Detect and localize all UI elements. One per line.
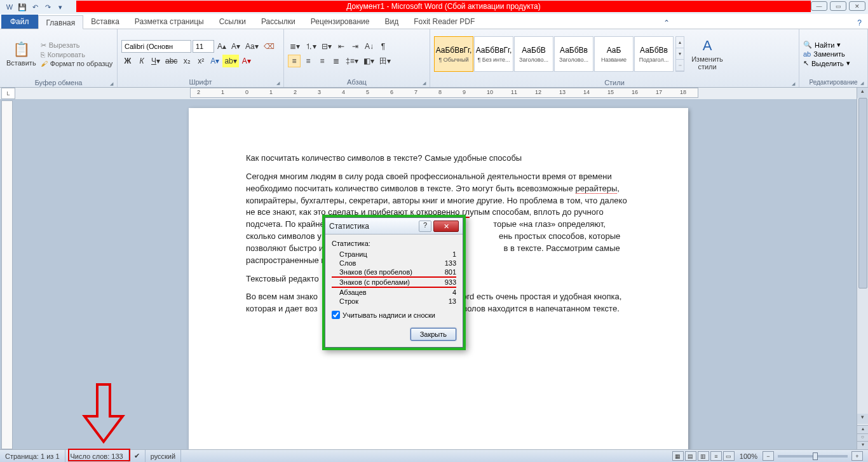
style-item[interactable]: АаБбВЗаголово... bbox=[514, 36, 553, 72]
prev-page-button[interactable]: ▴ bbox=[857, 425, 868, 433]
tab-mailings[interactable]: Рассылки bbox=[254, 15, 303, 29]
tab-selector[interactable]: L bbox=[1, 88, 15, 99]
minimize-button[interactable]: — bbox=[811, 1, 827, 11]
text-effects-button[interactable]: A▾ bbox=[208, 55, 221, 67]
underline-button[interactable]: Ч▾ bbox=[149, 55, 162, 67]
find-button[interactable]: 🔍Найти ▾ bbox=[803, 41, 850, 49]
grow-font-button[interactable]: A▴ bbox=[215, 40, 228, 53]
status-proofing[interactable]: ✔ bbox=[129, 450, 146, 462]
align-left-button[interactable]: ≡ bbox=[288, 55, 301, 67]
redo-icon[interactable]: ↷ bbox=[42, 1, 53, 13]
bullets-button[interactable]: ≣▾ bbox=[288, 40, 302, 53]
vertical-ruler[interactable] bbox=[1, 100, 13, 449]
tab-page-layout[interactable]: Разметка страницы bbox=[127, 15, 212, 29]
view-web-layout[interactable]: ▥ bbox=[698, 451, 709, 461]
dialog-help-button[interactable]: ? bbox=[419, 221, 431, 232]
change-case-button[interactable]: Aa▾ bbox=[243, 40, 261, 53]
style-item[interactable]: АаБбВвЗаголово... bbox=[554, 36, 593, 72]
zoom-level[interactable]: 100% bbox=[740, 452, 757, 460]
styles-scroll-up[interactable]: ▴ bbox=[676, 37, 684, 48]
tab-file[interactable]: Файл bbox=[1, 15, 38, 29]
italic-button[interactable]: К bbox=[135, 55, 148, 67]
tab-review[interactable]: Рецензирование bbox=[303, 15, 377, 29]
format-painter-button[interactable]: 🖌Формат по образцу bbox=[41, 60, 113, 67]
replace-button[interactable]: abЗаменить bbox=[803, 50, 850, 58]
numbering-button[interactable]: ⒈▾ bbox=[303, 40, 318, 53]
sort-button[interactable]: A↓ bbox=[363, 40, 376, 53]
style-item[interactable]: АаБНазвание bbox=[594, 36, 634, 72]
tab-view[interactable]: Вид bbox=[377, 15, 406, 29]
clear-formatting-button[interactable]: ⌫ bbox=[262, 40, 276, 53]
save-icon[interactable]: 💾 bbox=[17, 1, 28, 13]
styles-expand[interactable]: ⎓ bbox=[676, 60, 684, 71]
line-spacing-button[interactable]: ‡≡▾ bbox=[344, 55, 360, 67]
superscript-button[interactable]: x² bbox=[194, 55, 207, 67]
highlight-button[interactable]: ab▾ bbox=[222, 55, 238, 67]
strikethrough-button[interactable]: abc bbox=[163, 55, 179, 67]
zoom-slider[interactable] bbox=[778, 455, 848, 458]
subscript-button[interactable]: x₂ bbox=[180, 55, 193, 67]
undo-icon[interactable]: ↶ bbox=[29, 1, 41, 13]
align-right-button[interactable]: ≡ bbox=[316, 55, 329, 67]
view-full-screen[interactable]: ▤ bbox=[685, 451, 696, 461]
multilevel-button[interactable]: ⊟▾ bbox=[320, 40, 334, 53]
scroll-down-button[interactable]: ▾ bbox=[857, 414, 868, 424]
paste-icon: 📋 bbox=[13, 41, 30, 58]
shrink-font-button[interactable]: A▾ bbox=[229, 40, 242, 53]
increase-indent-button[interactable]: ⇥ bbox=[349, 40, 362, 53]
group-clipboard-label: Буфер обмена bbox=[4, 78, 113, 88]
scroll-up-button[interactable]: ▴ bbox=[857, 88, 868, 98]
bold-button[interactable]: Ж bbox=[121, 55, 134, 67]
font-color-button[interactable]: A▾ bbox=[240, 55, 253, 67]
show-marks-button[interactable]: ¶ bbox=[377, 40, 390, 53]
status-page[interactable]: Страница: 1 из 1 bbox=[0, 450, 65, 462]
tab-references[interactable]: Ссылки bbox=[212, 15, 254, 29]
tab-foxit[interactable]: Foxit Reader PDF bbox=[406, 15, 482, 29]
horizontal-ruler[interactable]: 210123456789101112131415161718 bbox=[190, 88, 698, 98]
zoom-out-button[interactable]: − bbox=[763, 451, 774, 461]
align-center-button[interactable]: ≡ bbox=[302, 55, 315, 67]
borders-button[interactable]: 田▾ bbox=[377, 55, 393, 67]
view-outline[interactable]: ≡ bbox=[710, 451, 722, 461]
font-size-combo[interactable] bbox=[193, 40, 214, 53]
dialog-close-btn[interactable]: Закрыть bbox=[410, 328, 456, 341]
zoom-thumb[interactable] bbox=[813, 452, 818, 460]
zoom-in-button[interactable]: + bbox=[851, 451, 863, 461]
window-controls: — ▭ ✕ bbox=[811, 1, 865, 11]
cut-button[interactable]: ✂Вырезать bbox=[41, 41, 113, 50]
dialog-titlebar[interactable]: Статистика ? ✕ bbox=[325, 218, 463, 234]
copy-button[interactable]: ⎘Копировать bbox=[41, 51, 113, 58]
next-page-button[interactable]: ▾ bbox=[857, 441, 868, 449]
include-textboxes-check[interactable] bbox=[332, 311, 340, 319]
change-styles-button[interactable]: A Изменить стили bbox=[686, 31, 728, 78]
tab-home[interactable]: Главная bbox=[38, 15, 84, 29]
group-paragraph-label: Абзац bbox=[288, 77, 426, 87]
style-item[interactable]: АаБбВвПодзагол... bbox=[634, 36, 674, 72]
decrease-indent-button[interactable]: ⇤ bbox=[335, 40, 348, 53]
tab-insert[interactable]: Вставка bbox=[83, 15, 127, 29]
styles-scroll-down[interactable]: ▾ bbox=[676, 48, 684, 60]
include-textboxes-checkbox[interactable]: Учитывать надписи и сноски bbox=[332, 311, 456, 319]
close-window-button[interactable]: ✕ bbox=[849, 1, 865, 11]
browse-object-button[interactable]: ○ bbox=[857, 433, 868, 442]
style-item[interactable]: АаБбВвГг,¶ Без инте... bbox=[474, 36, 513, 72]
maximize-button[interactable]: ▭ bbox=[830, 1, 846, 11]
paste-button[interactable]: 📋 Вставить bbox=[4, 31, 39, 78]
dialog-close-button[interactable]: ✕ bbox=[433, 221, 459, 232]
ribbon: 📋 Вставить ✂Вырезать ⎘Копировать 🖌Формат… bbox=[0, 29, 868, 88]
status-language[interactable]: русский bbox=[146, 450, 181, 462]
font-name-combo[interactable] bbox=[121, 40, 191, 53]
select-button[interactable]: ↖Выделить ▾ bbox=[803, 59, 850, 67]
status-word-count[interactable]: Число слов: 133 bbox=[65, 450, 129, 462]
word-icon[interactable]: W bbox=[4, 1, 15, 13]
view-draft[interactable]: ▭ bbox=[723, 451, 735, 461]
group-editing: 🔍Найти ▾ abЗаменить ↖Выделить ▾ Редактир… bbox=[799, 29, 868, 87]
ribbon-minimize-icon[interactable]: ⌃ bbox=[657, 17, 676, 29]
style-item[interactable]: АаБбВвГг,¶ Обычный bbox=[434, 36, 473, 72]
help-icon[interactable]: ? bbox=[851, 17, 868, 29]
view-print-layout[interactable]: ▦ bbox=[672, 451, 684, 461]
qat-customize-icon[interactable]: ▾ bbox=[55, 1, 66, 13]
justify-button[interactable]: ≣ bbox=[330, 55, 342, 67]
shading-button[interactable]: ◧▾ bbox=[362, 55, 376, 67]
scroll-thumb[interactable] bbox=[858, 98, 867, 289]
